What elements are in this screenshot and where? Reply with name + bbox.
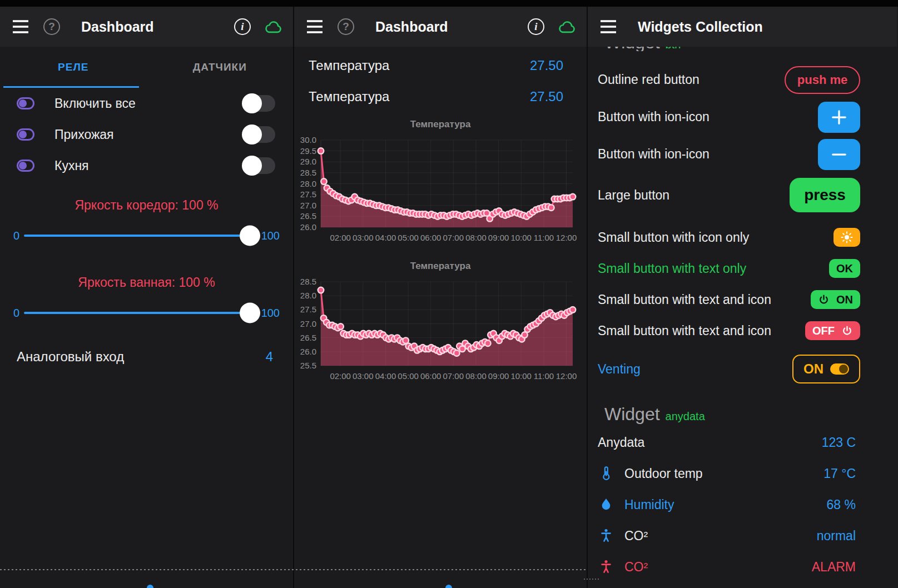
cloud-icon[interactable] (558, 17, 577, 36)
minus-icon (831, 146, 847, 163)
info-icon[interactable]: i (233, 17, 252, 36)
svg-text:26.0: 26.0 (300, 347, 316, 356)
panel-dashboard-sensors: ? Dashboard i Температура 27.50 Температ… (293, 0, 588, 588)
relay-switch[interactable] (243, 95, 275, 112)
thermometer-icon (598, 466, 614, 481)
svg-text:05:00: 05:00 (398, 371, 419, 381)
brightness-slider-bath: 0 100 (0, 290, 293, 336)
tab-rele[interactable]: РЕЛЕ (0, 47, 147, 88)
relay-toggle-icon (17, 97, 34, 109)
plus-button[interactable] (818, 102, 860, 133)
svg-text:29.0: 29.0 (300, 157, 316, 166)
data-row-anydata: Anydata 123 C (588, 427, 897, 458)
widget-label: Small button with icon only (598, 230, 833, 245)
menu-icon[interactable] (599, 17, 618, 36)
section-heading-widget-btn: Widgetbtn (604, 47, 897, 51)
help-icon[interactable]: ? (336, 17, 355, 36)
svg-text:27.5: 27.5 (300, 190, 316, 199)
page-title: Dashboard (81, 19, 233, 35)
data-label: Anydata (598, 435, 822, 450)
widget-row: Outline red button push me (588, 61, 897, 98)
relay-toggle-icon (17, 128, 34, 141)
svg-text:03:00: 03:00 (353, 371, 374, 381)
tab-rele-label: РЕЛЕ (58, 61, 88, 73)
svg-text:06:00: 06:00 (420, 371, 441, 381)
sensor-value-row: Температура 27.50 (294, 50, 587, 81)
svg-text:11:00: 11:00 (534, 371, 554, 381)
push-me-button[interactable]: push me (785, 66, 860, 94)
svg-text:07:00: 07:00 (443, 371, 464, 381)
widget-row: Small button with text only OK (588, 253, 897, 284)
svg-text:28.5: 28.5 (300, 277, 316, 286)
relay-switch[interactable] (243, 126, 275, 143)
menu-icon[interactable] (11, 17, 30, 36)
data-row-co2-alarm: CO² ALARM (588, 551, 897, 582)
data-value: 123 C (822, 435, 856, 450)
data-value: 68 % (827, 497, 856, 512)
svg-text:29.5: 29.5 (300, 146, 316, 156)
minus-button[interactable] (818, 139, 860, 170)
slider-label-bath: Яркость ванная: 100 % (0, 275, 293, 290)
svg-text:12:00: 12:00 (556, 371, 577, 381)
widget-label: Small button with text and icon (598, 323, 805, 338)
menu-icon[interactable] (305, 17, 324, 36)
svg-text:10:00: 10:00 (510, 233, 532, 242)
venting-button[interactable]: ON (792, 355, 860, 383)
svg-text:26.0: 26.0 (300, 222, 316, 232)
svg-text:04:00: 04:00 (375, 371, 396, 381)
slider-min-label: 0 (13, 230, 19, 242)
widget-row: Large button press (588, 173, 897, 217)
svg-text:27.0: 27.0 (300, 319, 316, 328)
relay-toggle-icon (17, 160, 34, 172)
slider-track[interactable] (24, 312, 257, 314)
widget-label: Button with ion-icon (598, 147, 818, 162)
sun-button[interactable] (833, 228, 860, 247)
temperature-chart-2: Температура 02:0003:0004:0005:0006:0007:… (294, 261, 587, 385)
svg-text:28.0: 28.0 (300, 291, 316, 300)
power-icon (841, 325, 853, 337)
svg-text:02:00: 02:00 (330, 233, 351, 242)
status-bar (0, 0, 898, 7)
tab-datchiki[interactable]: ДАТЧИКИ (147, 47, 294, 88)
tab-bar: РЕЛЕ ДАТЧИКИ (0, 47, 293, 88)
slider-max-label: 100 (261, 230, 280, 242)
data-label: CO² (624, 560, 812, 575)
relay-switch[interactable] (243, 157, 275, 174)
svg-text:26.5: 26.5 (300, 211, 316, 221)
info-icon[interactable]: i (527, 17, 545, 36)
widget-row: Small button with text and icon OFF (588, 315, 897, 346)
panel-dashboard-relays: ? Dashboard i РЕЛЕ ДАТЧИКИ В (0, 0, 293, 588)
analog-input-row: Аналоговый вход 4 (0, 339, 293, 375)
off-button[interactable]: OFF (805, 321, 860, 340)
chart-title: Температура (294, 119, 587, 130)
data-value: normal (817, 529, 856, 544)
svg-text:09:00: 09:00 (488, 371, 509, 381)
ok-button[interactable]: OK (829, 259, 860, 278)
sun-icon (840, 231, 854, 244)
data-value: ALARM (812, 560, 856, 575)
on-button[interactable]: ON (811, 290, 860, 309)
data-row-outdoor-temp: Outdoor temp 17 °C (588, 458, 897, 489)
appbar: ? Dashboard i (0, 0, 293, 47)
clipped-blue-icon (147, 585, 153, 588)
dashed-separator (0, 569, 587, 570)
widget-row: Small button with icon only (588, 222, 897, 253)
widget-row: Button with ion-icon (588, 98, 897, 136)
widget-label: Venting (598, 362, 792, 377)
relay-row: Кухня (0, 150, 293, 181)
slider-thumb[interactable] (240, 226, 260, 246)
appbar: ? Dashboard i (294, 0, 587, 47)
help-icon[interactable]: ? (42, 17, 61, 36)
slider-track[interactable] (24, 235, 257, 237)
press-button[interactable]: press (790, 178, 860, 212)
dashed-separator-fragment (584, 579, 599, 580)
page-title: Dashboard (375, 19, 527, 35)
svg-text:02:00: 02:00 (330, 371, 351, 381)
widget-label: Button with ion-icon (598, 109, 818, 124)
data-row-humidity: Humidity 68 % (588, 489, 897, 520)
app-root: ? Dashboard i РЕЛЕ ДАТЧИКИ В (0, 0, 898, 588)
widget-row: Small button with text and icon ON (588, 284, 897, 315)
cloud-icon[interactable] (264, 17, 283, 36)
page-title: Widgets Collection (638, 19, 887, 35)
slider-thumb[interactable] (240, 303, 260, 323)
